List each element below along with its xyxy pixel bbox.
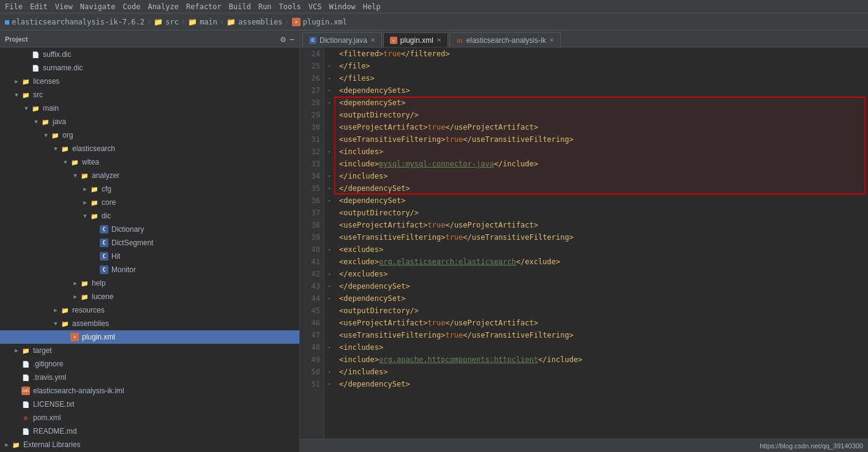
tab-close-plugin[interactable]: ✕ bbox=[436, 37, 441, 43]
fold-marker-26[interactable]: ▾ bbox=[324, 72, 334, 84]
tab-elasticsearch[interactable]: m elasticsearch-analysis-ik ✕ bbox=[449, 32, 561, 47]
sidebar-item-licenses[interactable]: ▶📁licenses bbox=[0, 75, 299, 88]
sidebar-minimize-icon[interactable]: − bbox=[290, 35, 294, 43]
expand-arrow[interactable]: ▼ bbox=[42, 132, 50, 138]
fold-marker-37 bbox=[324, 207, 334, 219]
tab-dictionary-java[interactable]: C Dictionary.java ✕ bbox=[302, 32, 382, 47]
menu-item-view[interactable]: View bbox=[55, 2, 73, 11]
expand-arrow[interactable]: ▼ bbox=[12, 92, 21, 98]
fold-marker-50[interactable]: ▾ bbox=[324, 366, 334, 378]
fold-marker-48[interactable]: ▾ bbox=[324, 341, 334, 354]
sidebar-item-surname-dic[interactable]: 📄surname.dic bbox=[0, 61, 299, 75]
menu-item-edit[interactable]: Edit bbox=[30, 2, 48, 11]
folder-icon: 📁 bbox=[50, 130, 60, 140]
code-line-40: <excludes> bbox=[339, 243, 863, 256]
expand-arrow[interactable]: ▼ bbox=[22, 105, 31, 111]
sidebar-item-wltea[interactable]: ▼📁wltea bbox=[0, 155, 299, 169]
menu-item-run[interactable]: Run bbox=[258, 2, 272, 11]
fold-marker-32[interactable]: ▾ bbox=[324, 146, 334, 158]
sidebar-item-Dictionary[interactable]: CDictionary bbox=[0, 223, 299, 236]
java-class-icon: C bbox=[99, 224, 109, 234]
sidebar-item-elasticsearch[interactable]: ▼📁elasticsearch bbox=[0, 142, 299, 155]
menu-item-build[interactable]: Build bbox=[229, 2, 251, 11]
fold-marker-43[interactable]: ▾ bbox=[324, 280, 334, 292]
sidebar-item-target[interactable]: ▶📁target bbox=[0, 344, 299, 357]
sidebar-item-src[interactable]: ▼📁src bbox=[0, 88, 299, 102]
sidebar-item-Monitor[interactable]: CMonitor bbox=[0, 263, 299, 276]
menu-item-help[interactable]: Help bbox=[363, 2, 381, 11]
fold-marker-40[interactable]: ▾ bbox=[324, 243, 334, 256]
expand-arrow[interactable]: ▶ bbox=[2, 442, 11, 448]
fold-marker-51[interactable]: ▾ bbox=[324, 378, 334, 390]
expand-arrow[interactable]: ▶ bbox=[71, 280, 80, 286]
menu-item-vcs[interactable]: VCS bbox=[309, 2, 322, 11]
tab-plugin-xml[interactable]: x plugin.xml ✕ bbox=[383, 32, 448, 47]
line-number-32: 32 bbox=[300, 146, 320, 158]
breadcrumb-project[interactable]: elasticsearchanalysis-ik-7.6.2 bbox=[12, 18, 144, 26]
breadcrumb-file[interactable]: plugin.xml bbox=[303, 18, 347, 26]
sidebar-item-org[interactable]: ▼📁org bbox=[0, 128, 299, 142]
sidebar-item-core[interactable]: ▶📁core bbox=[0, 196, 299, 209]
expand-arrow[interactable]: ▼ bbox=[61, 159, 70, 165]
sidebar-item-travis[interactable]: 📄.travis.yml bbox=[0, 371, 299, 384]
menu-item-navigate[interactable]: Navigate bbox=[80, 2, 116, 11]
tab-close-elasticsearch[interactable]: ✕ bbox=[549, 37, 554, 43]
expand-arrow[interactable]: ▼ bbox=[32, 119, 40, 125]
fold-marker-35[interactable]: ▾ bbox=[324, 182, 334, 195]
fold-marker-28[interactable]: ▾ bbox=[324, 97, 334, 109]
expand-arrow[interactable]: ▶ bbox=[81, 199, 89, 206]
breadcrumb-assemblies[interactable]: assemblies bbox=[238, 18, 282, 26]
sidebar-item-pom[interactable]: mpom.xml bbox=[0, 411, 299, 424]
fold-marker-27[interactable]: ▾ bbox=[324, 84, 334, 97]
sidebar-item-suffix-dic[interactable]: 📄suffix.dic bbox=[0, 48, 299, 61]
sidebar-item-gitignore[interactable]: 📄.gitignore bbox=[0, 357, 299, 371]
sidebar-item-main[interactable]: ▼📁main bbox=[0, 102, 299, 115]
code-line-33: <include>mysql:mysql-connector-java</inc… bbox=[339, 158, 863, 170]
sidebar-item-help[interactable]: ▶📁help bbox=[0, 276, 299, 290]
line-number-46: 46 bbox=[300, 317, 320, 329]
sidebar-item-eaiml[interactable]: imlelasticsearch-analysis-ik.iml bbox=[0, 384, 299, 398]
tab-close-dictionary[interactable]: ✕ bbox=[370, 37, 375, 43]
fold-marker-42[interactable]: ▾ bbox=[324, 268, 334, 280]
line-number-35: 35 bbox=[300, 182, 320, 195]
expand-arrow[interactable]: ▼ bbox=[51, 146, 60, 152]
folder-icon: 📁 bbox=[21, 76, 31, 86]
expand-arrow[interactable]: ▶ bbox=[81, 186, 89, 192]
sidebar-item-DictSegment[interactable]: CDictSegment bbox=[0, 236, 299, 250]
breadcrumb-src[interactable]: src bbox=[165, 18, 179, 26]
sidebar-item-external-libraries[interactable]: ▶📁External Libraries bbox=[0, 438, 299, 451]
fold-marker-44[interactable]: ▾ bbox=[324, 292, 334, 305]
menu-item-refactor[interactable]: Refactor bbox=[186, 2, 222, 11]
menu-item-code[interactable]: Code bbox=[123, 2, 141, 11]
expand-arrow[interactable]: ▶ bbox=[12, 347, 21, 354]
sidebar-item-analyzer[interactable]: ▼📁analyzer bbox=[0, 169, 299, 182]
expand-arrow[interactable]: ▼ bbox=[71, 172, 80, 179]
breadcrumb-main[interactable]: main bbox=[200, 18, 217, 26]
menu-item-window[interactable]: Window bbox=[329, 2, 355, 11]
sidebar-item-lucene[interactable]: ▶📁lucene bbox=[0, 290, 299, 303]
line-number-49: 49 bbox=[300, 354, 320, 366]
sidebar-item-resources[interactable]: ▶📁resources bbox=[0, 303, 299, 317]
fold-marker-34[interactable]: ▾ bbox=[324, 170, 334, 182]
fold-marker-36[interactable]: ▾ bbox=[324, 195, 334, 207]
sidebar-item-Hit[interactable]: CHit bbox=[0, 250, 299, 263]
expand-arrow[interactable]: ▼ bbox=[81, 213, 89, 219]
sidebar-item-assemblies[interactable]: ▼📁assemblies bbox=[0, 317, 299, 330]
sidebar-item-cfg[interactable]: ▶📁cfg bbox=[0, 182, 299, 196]
expand-arrow[interactable]: ▶ bbox=[51, 307, 60, 313]
sidebar-item-plugin.xml[interactable]: xplugin.xml bbox=[0, 330, 299, 344]
code-area[interactable]: <filtered>true</filtered> </file> </file… bbox=[334, 48, 868, 439]
sidebar-cog-icon[interactable]: ⚙ bbox=[280, 35, 285, 43]
sidebar-item-readme[interactable]: 📄README.md bbox=[0, 424, 299, 438]
expand-arrow[interactable]: ▼ bbox=[51, 320, 60, 327]
sidebar-item-dic[interactable]: ▼📁dic bbox=[0, 209, 299, 223]
expand-arrow[interactable]: ▶ bbox=[12, 78, 21, 84]
menu-item-analyze[interactable]: Analyze bbox=[148, 2, 179, 11]
sidebar-item-license[interactable]: 📄LICENSE.txt bbox=[0, 398, 299, 411]
expand-arrow[interactable]: ▶ bbox=[71, 294, 80, 300]
tree-item-label: wltea bbox=[82, 158, 99, 166]
fold-marker-25[interactable]: ▾ bbox=[324, 60, 334, 72]
menu-item-tools[interactable]: Tools bbox=[279, 2, 301, 11]
sidebar-item-java[interactable]: ▼📁java bbox=[0, 115, 299, 128]
menu-item-file[interactable]: File bbox=[5, 2, 23, 11]
